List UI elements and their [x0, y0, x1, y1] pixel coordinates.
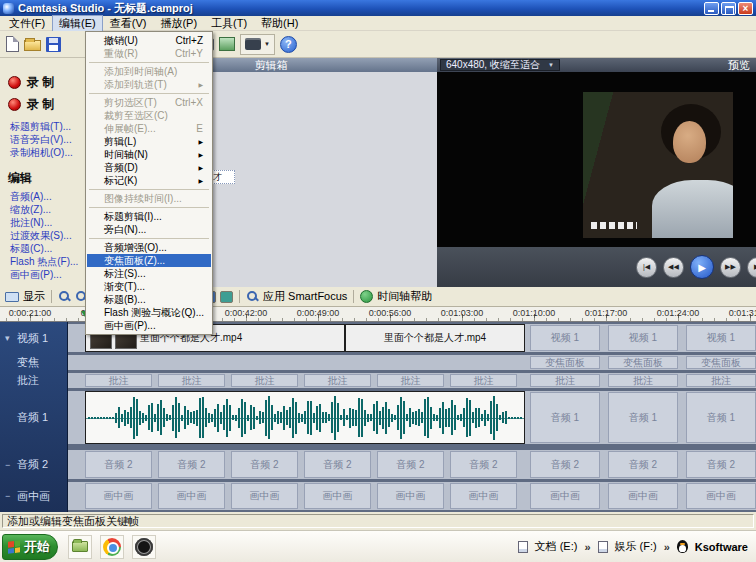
rewind-button[interactable]: ◀◀	[663, 257, 684, 278]
chevron-icon[interactable]: »	[664, 541, 670, 553]
tray-drive-documents[interactable]: 文档 (E:)	[535, 539, 578, 554]
menu-item-audio-enhancements[interactable]: 音频增强(O)...	[87, 241, 211, 254]
timeline-help-button[interactable]: 时间轴帮助	[377, 289, 432, 304]
zoom-segment[interactable]: 变焦面板	[686, 356, 756, 369]
callout-segment[interactable]: 批注	[608, 374, 678, 387]
menu-item-timeline[interactable]: 时间轴(N)▶	[87, 148, 211, 161]
callout-segment[interactable]: 批注	[231, 374, 298, 387]
callout-segment[interactable]: 批注	[85, 374, 152, 387]
play-button[interactable]: ▶	[690, 255, 714, 279]
sidebar-link-captions[interactable]: 标题(C)...	[10, 242, 52, 256]
menu-item-markers[interactable]: 标记(K)▶	[87, 174, 211, 187]
tray-brand-label[interactable]: Ksoftware	[695, 541, 748, 553]
menu-item-captions[interactable]: 标题(B)...	[87, 293, 211, 306]
video1-segment[interactable]: 视频 1	[608, 325, 678, 351]
menu-item-callouts[interactable]: 标注(S)...	[87, 267, 211, 280]
menu-tools[interactable]: 工具(T)	[204, 15, 254, 32]
sidebar-link-voice-narration[interactable]: 语音旁白(V)...	[10, 133, 72, 147]
pip-segment[interactable]: 画中画	[686, 483, 756, 509]
produce-dropdown[interactable]: ▼	[240, 34, 275, 55]
collapse-dash-icon[interactable]: −	[5, 491, 13, 501]
menu-view[interactable]: 查看(V)	[103, 15, 154, 32]
zoom-segment[interactable]: 变焦面板	[530, 356, 600, 369]
audio1-segment[interactable]: 音频 1	[608, 392, 678, 443]
menu-item-pip[interactable]: 画中画(P)...	[87, 319, 211, 332]
save-project-icon[interactable]	[46, 37, 61, 52]
menu-item-redo[interactable]: 重做(R)Ctrl+Y	[87, 47, 211, 60]
clip-bin-icon[interactable]	[219, 37, 235, 51]
help-icon[interactable]: ?	[280, 36, 297, 53]
audio2-segment[interactable]: 音频 2	[450, 451, 517, 478]
sidebar-link-record-camera[interactable]: 录制相机(O)...	[10, 146, 73, 160]
maximize-button[interactable]	[721, 2, 736, 15]
menu-item-add-to-timeline[interactable]: 添加到时间轴(A)	[87, 65, 211, 78]
audio2-segment[interactable]: 音频 2	[377, 451, 444, 478]
menu-help[interactable]: 帮助(H)	[254, 15, 305, 32]
audio1-segment[interactable]: 音频 1	[686, 392, 756, 443]
callout-segment[interactable]: 批注	[377, 374, 444, 387]
minimize-button[interactable]	[704, 2, 719, 15]
menu-item-undo[interactable]: 撤销(U)Ctrl+Z	[87, 34, 211, 47]
pip-segment[interactable]: 画中画	[377, 483, 444, 509]
audio2-segment[interactable]: 音频 2	[686, 451, 756, 478]
open-project-icon[interactable]	[24, 40, 41, 51]
menu-item-clip[interactable]: 剪辑(L)▶	[87, 135, 211, 148]
zoom-segment[interactable]: 变焦面板	[608, 356, 678, 369]
pip-segment[interactable]: 画中画	[608, 483, 678, 509]
sidebar-link-callouts[interactable]: 批注(N)...	[10, 216, 52, 230]
chevron-icon[interactable]: »	[584, 541, 590, 553]
pip-segment[interactable]: 画中画	[304, 483, 371, 509]
audio1-segment[interactable]: 音频 1	[530, 392, 600, 443]
pip-segment[interactable]: 画中画	[231, 483, 298, 509]
sidebar-link-flash-hotspots[interactable]: Flash 热点(F)...	[10, 255, 78, 269]
audio-waveform[interactable]	[85, 391, 525, 444]
menu-item-zoom-n-pan[interactable]: 变焦面板(Z)...	[87, 254, 211, 267]
preview-size-dropdown[interactable]: 640x480, 收缩至适合 ▼	[440, 59, 560, 71]
media-player-shortcut[interactable]	[132, 535, 156, 559]
fast-forward-button[interactable]: ▶▶	[720, 257, 741, 278]
pip-segment[interactable]: 画中画	[530, 483, 600, 509]
menu-file[interactable]: 文件(F)	[2, 15, 52, 32]
sidebar-link-audio[interactable]: 音频(A)...	[10, 190, 52, 204]
menu-item-audio[interactable]: 音频(D)▶	[87, 161, 211, 174]
record-ppt-button[interactable]: 录 制	[8, 96, 54, 113]
start-button[interactable]: 开始	[2, 534, 58, 560]
sidebar-link-zoom[interactable]: 缩放(Z)...	[10, 203, 51, 217]
sidebar-link-transitions[interactable]: 过渡效果(S)...	[10, 229, 72, 243]
callout-segment[interactable]: 批注	[158, 374, 225, 387]
zoom-in-icon[interactable]	[58, 290, 71, 303]
audio2-segment[interactable]: 音频 2	[158, 451, 225, 478]
apply-smartfocus-button[interactable]: 应用 SmartFocus	[263, 289, 347, 304]
previous-frame-button[interactable]: |◀	[636, 257, 657, 278]
menu-item-extend-frame[interactable]: 伸展帧(E)...E	[87, 122, 211, 135]
audio2-segment[interactable]: 音频 2	[304, 451, 371, 478]
video-clip-2[interactable]: 里面个个都是人才.mp4	[345, 324, 525, 352]
pip-segment[interactable]: 画中画	[450, 483, 517, 509]
sidebar-link-title-clips[interactable]: 标题剪辑(T)...	[10, 120, 71, 134]
menu-item-crop-to-selection[interactable]: 裁剪至选区(C)	[87, 109, 211, 122]
chrome-shortcut[interactable]	[100, 535, 124, 559]
menu-play[interactable]: 播放(P)	[153, 15, 204, 32]
pip-segment[interactable]: 画中画	[85, 483, 152, 509]
audio2-segment[interactable]: 音频 2	[231, 451, 298, 478]
tray-drive-entertainment[interactable]: 娱乐 (F:)	[615, 539, 657, 554]
record-screen-button[interactable]: 录 制	[8, 74, 54, 91]
menu-item-cut-selection[interactable]: 剪切选区(T)Ctrl+X	[87, 96, 211, 109]
close-button[interactable]: ×	[738, 2, 753, 15]
menu-item-flash-quiz[interactable]: Flash 测验与概论(Q)...	[87, 306, 211, 319]
folder-shortcut[interactable]	[68, 535, 92, 559]
callout-segment[interactable]: 批注	[304, 374, 371, 387]
callout-segment[interactable]: 批注	[686, 374, 756, 387]
menu-item-transitions[interactable]: 渐变(T)...	[87, 280, 211, 293]
menu-item-title-clips[interactable]: 标题剪辑(I)...	[87, 210, 211, 223]
pip-segment[interactable]: 画中画	[158, 483, 225, 509]
menu-item-voice-narration[interactable]: 旁白(N)...	[87, 223, 211, 236]
show-view-button[interactable]: 显示	[23, 289, 45, 304]
callout-segment[interactable]: 批注	[530, 374, 600, 387]
new-project-icon[interactable]	[6, 36, 19, 52]
menu-edit[interactable]: 编辑(E)	[52, 15, 103, 32]
audio2-segment[interactable]: 音频 2	[85, 451, 152, 478]
sidebar-link-pip[interactable]: 画中画(P)...	[10, 268, 62, 282]
video1-segment[interactable]: 视频 1	[530, 325, 600, 351]
callout-segment[interactable]: 批注	[450, 374, 517, 387]
